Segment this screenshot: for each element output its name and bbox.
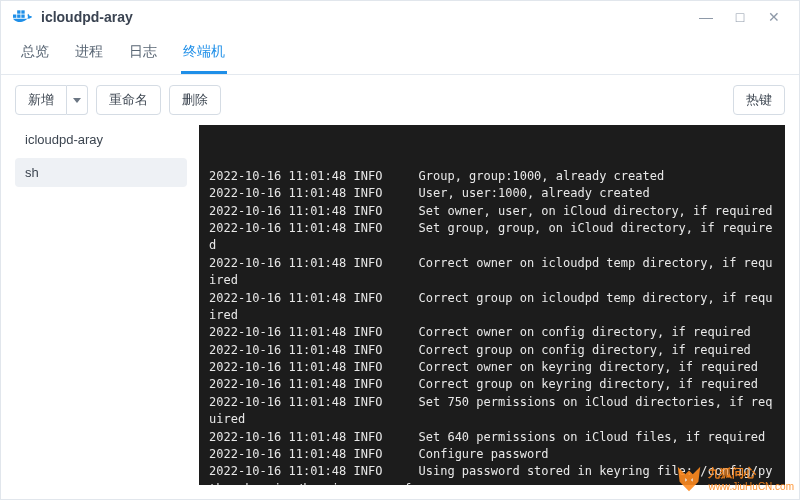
sidebar-item-icloudpd[interactable]: icloudpd-aray — [15, 125, 187, 154]
term-line: 2022-10-16 11:01:48 INFO Set group, grou… — [209, 220, 775, 255]
rename-button[interactable]: 重命名 — [96, 85, 161, 115]
term-line: 2022-10-16 11:01:48 INFO User, user:1000… — [209, 185, 775, 202]
term-line: 2022-10-16 11:01:48 INFO Correct group o… — [209, 342, 775, 359]
titlebar: icloudpd-aray — □ ✕ — [1, 1, 799, 33]
tab-process[interactable]: 进程 — [73, 33, 105, 74]
term-line: 2022-10-16 11:01:48 INFO Group, group:10… — [209, 168, 775, 185]
terminal-output[interactable]: 2022-10-16 11:01:48 INFO Group, group:10… — [199, 125, 785, 485]
body: icloudpd-aray sh 2022-10-16 11:01:48 INF… — [1, 125, 799, 499]
term-line: 2022-10-16 11:01:48 INFO Set owner, user… — [209, 203, 775, 220]
term-line: 2022-10-16 11:01:48 INFO Correct owner o… — [209, 359, 775, 376]
maximize-button[interactable]: □ — [727, 9, 753, 25]
term-line: 2022-10-16 11:01:48 INFO Correct group o… — [209, 376, 775, 393]
app-window: icloudpd-aray — □ ✕ 总览 进程 日志 终端机 新增 重命名 … — [0, 0, 800, 500]
svg-rect-2 — [21, 15, 24, 18]
new-dropdown-button[interactable] — [67, 85, 88, 115]
sidebar-item-sh[interactable]: sh — [15, 158, 187, 187]
term-line: 2022-10-16 11:01:48 INFO Set 640 permiss… — [209, 429, 775, 446]
svg-rect-1 — [17, 15, 20, 18]
new-button[interactable]: 新增 — [15, 85, 67, 115]
close-button[interactable]: ✕ — [761, 9, 787, 25]
svg-rect-4 — [21, 10, 24, 13]
term-line: 2022-10-16 11:01:48 INFO Correct owner o… — [209, 324, 775, 341]
term-line: 2022-10-16 11:01:48 INFO Set 750 permiss… — [209, 394, 775, 429]
toolbar: 新增 重命名 删除 热键 — [1, 75, 799, 125]
terminal-sidebar: icloudpd-aray sh — [15, 125, 187, 485]
term-line: 2022-10-16 11:01:48 INFO Configure passw… — [209, 446, 775, 463]
tab-terminal[interactable]: 终端机 — [181, 33, 227, 74]
svg-rect-3 — [17, 10, 20, 13]
new-button-group: 新增 — [15, 85, 88, 115]
docker-icon — [13, 9, 33, 25]
tab-log[interactable]: 日志 — [127, 33, 159, 74]
term-line: 2022-10-16 11:01:48 INFO Correct owner o… — [209, 255, 775, 290]
tab-overview[interactable]: 总览 — [19, 33, 51, 74]
delete-button[interactable]: 删除 — [169, 85, 221, 115]
svg-rect-0 — [13, 15, 16, 18]
tab-bar: 总览 进程 日志 终端机 — [1, 33, 799, 75]
minimize-button[interactable]: — — [693, 9, 719, 25]
hotkey-button[interactable]: 热键 — [733, 85, 785, 115]
term-line: 2022-10-16 11:01:48 INFO Correct group o… — [209, 290, 775, 325]
chevron-down-icon — [73, 98, 81, 103]
term-line: 2022-10-16 11:01:48 INFO Using password … — [209, 463, 775, 485]
window-title: icloudpd-aray — [41, 9, 133, 25]
